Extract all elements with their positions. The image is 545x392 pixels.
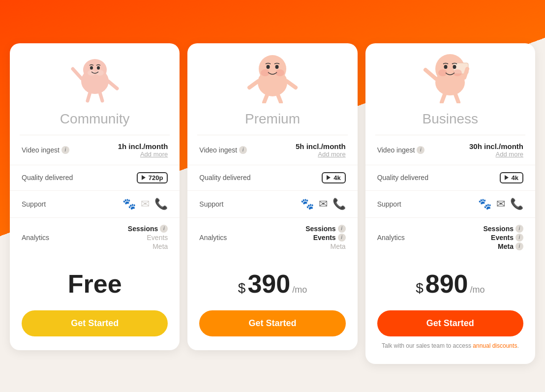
community-analytics-events: Events — [147, 234, 168, 241]
premium-phone-icon: 📞 — [333, 198, 346, 211]
premium-quality-badge: 4k — [322, 172, 345, 183]
community-email-icon: ✉ — [141, 198, 150, 211]
svg-line-6 — [73, 69, 82, 79]
community-support-icons: 🐾 ✉ 📞 — [122, 198, 168, 211]
business-video-ingest-label: Video ingest i — [377, 146, 425, 154]
premium-price-period: /mo — [292, 285, 307, 295]
business-email-icon: ✉ — [496, 198, 505, 211]
premium-price-dollar: $ — [238, 280, 246, 296]
community-analytics-sessions: Sessions i — [128, 225, 168, 233]
premium-community-icon: 🐾 — [301, 198, 314, 211]
svg-point-25 — [444, 65, 448, 69]
community-analytics-value: Sessions i Events Meta — [128, 225, 168, 250]
community-sessions-info[interactable]: i — [160, 225, 168, 233]
community-support-row: Support 🐾 ✉ 📞 — [10, 191, 180, 218]
business-quality-value: 4k — [500, 172, 523, 183]
business-meta-info[interactable]: i — [515, 242, 523, 250]
premium-support-row: Support 🐾 ✉ 📞 — [187, 191, 357, 218]
business-annual-discounts-link[interactable]: annual discounts — [473, 342, 517, 349]
svg-line-29 — [442, 94, 445, 102]
premium-analytics-label: Analytics — [199, 234, 227, 241]
business-price-number: 890 — [425, 269, 468, 299]
community-support-label: Support — [22, 200, 46, 208]
svg-point-1 — [83, 59, 107, 81]
pricing-cards: Community Video ingest i 1h incl./month … — [10, 29, 535, 364]
community-quality-row: Quality delivered 720p — [10, 165, 180, 191]
premium-play-icon — [327, 175, 331, 180]
svg-point-4 — [90, 66, 93, 69]
premium-analytics-row: Analytics Sessions i Events i Meta — [187, 218, 357, 257]
business-support-icons: 🐾 ✉ 📞 — [478, 198, 523, 211]
premium-title: Premium — [187, 107, 357, 135]
premium-events-info[interactable]: i — [338, 234, 346, 241]
business-quality-label: Quality delivered — [377, 174, 428, 181]
premium-analytics-meta: Meta — [331, 242, 346, 250]
community-quality-badge: 720p — [137, 172, 168, 183]
premium-video-ingest-label: Video ingest i — [199, 146, 247, 154]
community-video-ingest-info[interactable]: i — [61, 146, 69, 154]
svg-line-8 — [88, 92, 90, 101]
community-support-icon: 🐾 — [122, 198, 136, 211]
community-video-ingest-row: Video ingest i 1h incl./month Add more — [10, 135, 180, 165]
community-title: Community — [10, 107, 180, 135]
business-sales-note: Talk with our sales team to access annua… — [365, 341, 535, 350]
business-analytics-events: Events i — [491, 234, 523, 241]
premium-video-ingest-info[interactable]: i — [239, 146, 247, 154]
business-cta[interactable]: Get Started — [377, 310, 523, 336]
premium-mascot-svg — [245, 44, 300, 103]
community-cta[interactable]: Get Started — [22, 310, 168, 336]
svg-point-14 — [266, 65, 270, 69]
svg-line-18 — [264, 95, 267, 102]
business-video-ingest-info[interactable]: i — [417, 146, 424, 154]
business-quality-badge: 4k — [500, 172, 523, 183]
community-play-icon — [142, 175, 146, 180]
svg-point-26 — [453, 65, 456, 69]
business-analytics-row: Analytics Sessions i Events i Meta i — [365, 218, 535, 257]
community-mascot-svg — [68, 44, 122, 103]
premium-add-more[interactable]: Add more — [318, 151, 345, 158]
business-analytics-sessions: Sessions i — [484, 225, 523, 233]
business-title: Business — [365, 107, 535, 135]
business-play-icon — [505, 175, 509, 180]
svg-line-17 — [287, 81, 296, 88]
premium-analytics-sessions: Sessions i — [305, 225, 345, 233]
premium-quality-label: Quality delivered — [199, 174, 250, 181]
premium-card: Premium Video ingest i 5h incl./month Ad… — [187, 43, 357, 350]
business-price-period: /mo — [470, 285, 484, 295]
svg-point-11 — [259, 55, 286, 83]
business-phone-icon: 📞 — [510, 198, 523, 211]
premium-cta[interactable]: Get Started — [199, 310, 345, 336]
premium-video-ingest-row: Video ingest i 5h incl./month Add more — [187, 135, 357, 165]
business-quality-row: Quality delivered 4k — [365, 165, 535, 191]
business-analytics-value: Sessions i Events i Meta i — [484, 225, 523, 250]
community-add-more[interactable]: Add more — [140, 151, 168, 158]
community-video-ingest-label: Video ingest i — [22, 146, 69, 154]
community-analytics-meta: Meta — [152, 242, 168, 250]
business-support-row: Support 🐾 ✉ 📞 — [365, 191, 535, 218]
business-price-amount: $ 890 /mo — [375, 269, 525, 299]
svg-line-16 — [249, 81, 258, 88]
premium-price-number: 390 — [247, 269, 290, 299]
svg-point-15 — [275, 65, 278, 69]
business-add-more[interactable]: Add more — [496, 151, 523, 158]
business-analytics-meta: Meta i — [498, 242, 523, 250]
business-video-ingest-value: 30h incl./month Add more — [469, 142, 523, 158]
community-card: Community Video ingest i 1h incl./month … — [10, 43, 180, 350]
svg-point-2 — [88, 70, 95, 76]
premium-support-label: Support — [199, 200, 223, 208]
community-phone-icon: 📞 — [154, 198, 168, 211]
svg-line-19 — [278, 95, 281, 102]
community-quality-value: 720p — [137, 172, 168, 183]
premium-sessions-info[interactable]: i — [338, 225, 346, 233]
business-price: $ 890 /mo — [365, 257, 535, 306]
business-sessions-info[interactable]: i — [515, 225, 523, 233]
business-events-info[interactable]: i — [515, 234, 523, 241]
premium-analytics-events: Events i — [313, 234, 346, 241]
svg-line-7 — [108, 81, 117, 89]
community-analytics-label: Analytics — [22, 234, 49, 241]
business-price-dollar: $ — [416, 280, 424, 296]
community-mascot — [10, 43, 180, 107]
svg-point-5 — [97, 66, 100, 69]
premium-quality-row: Quality delivered 4k — [187, 165, 357, 191]
premium-video-ingest-value: 5h incl./month Add more — [296, 142, 346, 158]
